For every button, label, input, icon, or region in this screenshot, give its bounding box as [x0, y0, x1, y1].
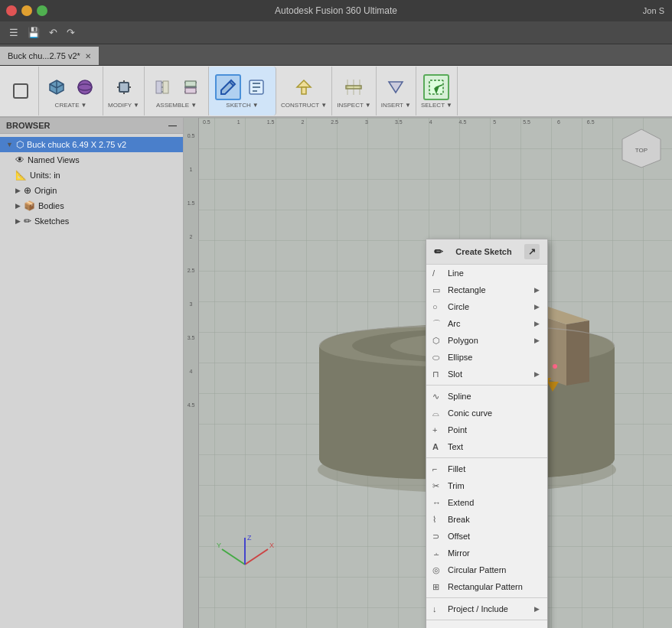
menu-item-rectangle[interactable]: ▭ Rectangle ▶: [426, 281, 547, 298]
menu-item-point[interactable]: + Point: [426, 421, 547, 438]
menu-item-text[interactable]: A Text: [426, 438, 547, 455]
construct-expand[interactable]: CONSTRUCT ▼: [281, 102, 327, 109]
menu-item-point-label: Point: [448, 425, 467, 434]
menu-item-ellipse[interactable]: ⬭ Ellipse: [426, 349, 547, 366]
trim-icon: ✂: [432, 481, 439, 491]
create-group: CREATE ▼: [39, 67, 103, 116]
construct-icon[interactable]: [291, 74, 317, 100]
menu-header: ✏ Create Sketch ↗: [426, 239, 547, 265]
inspect-label: INSPECT: [337, 102, 364, 109]
menu-item-slot[interactable]: ⊓ Slot ▶: [426, 366, 547, 382]
menu-item-rectangular-pattern-label: Rectangular Pattern: [448, 582, 523, 591]
menu-item-mirror[interactable]: ⫠ Mirror: [426, 545, 547, 561]
tree-item-namedviews[interactable]: 👁 Named Views: [0, 152, 183, 168]
slot-icon: ⊓: [432, 369, 439, 379]
assemble-label: ASSEMBLE: [156, 102, 189, 109]
quick-toolbar: ☰ 💾 ↶ ↷: [0, 21, 672, 44]
assemble-expand[interactable]: ASSEMBLE ▼: [156, 102, 197, 109]
insert-icon[interactable]: [383, 74, 409, 100]
menu-item-extend-label: Extend: [448, 498, 474, 507]
tree-label-root: Buck chuck 6.49 X 2.75 v2: [27, 140, 126, 149]
menu-item-polygon-label: Polygon: [448, 336, 478, 345]
construct-group: CONSTRUCT ▼: [276, 67, 332, 116]
select-expand[interactable]: SELECT ▼: [421, 102, 452, 109]
active-tab[interactable]: Buck chu...2.75 v2* ✕: [0, 47, 99, 65]
menu-item-spline[interactable]: ∿ Spline: [426, 388, 547, 405]
tree-label-origin: Origin: [34, 186, 57, 195]
browser-panel: BROWSER — ▼ ⬡ Buck chuck 6.49 X 2.75 v2 …: [0, 118, 184, 628]
view-cube[interactable]: TOP: [618, 125, 664, 171]
tree-label-namedviews: Named Views: [28, 155, 80, 164]
tree-arrow-sketches: ▶: [15, 217, 21, 225]
menu-item-extend[interactable]: ↔ Extend: [426, 494, 547, 511]
tree-item-bodies[interactable]: ▶ 📦 Bodies: [0, 198, 183, 213]
tree-item-root[interactable]: ▼ ⬡ Buck chuck 6.49 X 2.75 v2: [0, 137, 183, 152]
tree-arrow-bodies: ▶: [15, 202, 21, 210]
tree-item-sketches[interactable]: ▶ ✏ Sketches: [0, 213, 183, 229]
app-menu-button[interactable]: ☰: [6, 25, 21, 40]
tree-item-units[interactable]: 📐 Units: in: [0, 168, 183, 183]
undo-button[interactable]: ↶: [46, 25, 60, 40]
svg-text:Z: Z: [247, 534, 252, 542]
tree-item-origin[interactable]: ▶ ⊕ Origin: [0, 183, 183, 198]
assemble-group: ASSEMBLE ▼: [145, 67, 209, 116]
sketch-dropdown-menu: ✏ Create Sketch ↗ / Line ▭ Rectangle ▶ ○…: [426, 239, 548, 628]
modify-expand[interactable]: MODIFY ▼: [108, 102, 139, 109]
menu-pin-button[interactable]: ↗: [524, 244, 540, 259]
menu-item-fillet[interactable]: ⌐ Fillet: [426, 460, 547, 477]
redo-button[interactable]: ↷: [64, 25, 78, 40]
menu-item-offset[interactable]: ⊃ Offset: [426, 528, 547, 545]
origin-icon: ⊕: [24, 185, 31, 196]
maximize-button[interactable]: [37, 5, 47, 16]
menu-item-line[interactable]: / Line: [426, 265, 547, 281]
window-controls[interactable]: [0, 5, 47, 16]
inspect-icon[interactable]: [341, 74, 367, 100]
menu-item-polygon[interactable]: ⬡ Polygon ▶: [426, 332, 547, 349]
axis-indicator: X Y Z: [214, 534, 276, 582]
sketch-create-icon[interactable]: [215, 74, 241, 100]
modify-icon[interactable]: [111, 74, 137, 100]
fillet-icon: ⌐: [432, 464, 437, 473]
menu-item-trim-label: Trim: [448, 481, 465, 490]
circular-pattern-icon: ◎: [432, 565, 440, 575]
close-button[interactable]: [6, 5, 17, 16]
menu-item-project-include[interactable]: ↓ Project / Include ▶: [426, 600, 547, 617]
create-box-icon[interactable]: [44, 74, 70, 100]
assemble-icon1[interactable]: [149, 74, 175, 100]
menu-item-sketch-dimension[interactable]: ⟺ Sketch Dimension: [426, 623, 547, 628]
title-bar: Autodesk Fusion 360 Ultimate Jon S: [0, 0, 672, 21]
inspect-expand[interactable]: INSPECT ▼: [337, 102, 371, 109]
menu-item-trim[interactable]: ✂ Trim: [426, 477, 547, 494]
nav-back-icon[interactable]: [8, 78, 34, 104]
save-button[interactable]: 💾: [24, 25, 43, 40]
svg-line-28: [222, 549, 245, 565]
menu-item-arc[interactable]: ⌒ Arc ▶: [426, 315, 547, 332]
menu-item-conic[interactable]: ⌓ Conic curve: [426, 405, 547, 421]
offset-icon: ⊃: [432, 532, 439, 542]
spline-icon: ∿: [432, 392, 439, 402]
svg-rect-5: [163, 81, 168, 93]
viewport[interactable]: 0.5 1 1.5 2 2.5 3 3.5 4 4.5: [184, 118, 672, 628]
svg-rect-4: [156, 81, 161, 93]
tab-close-button[interactable]: ✕: [85, 52, 91, 60]
assemble-icon2[interactable]: [178, 74, 204, 100]
sketch-expand[interactable]: SKETCH ▼: [226, 102, 258, 109]
svg-point-2: [78, 84, 92, 90]
panel-collapse-icon[interactable]: —: [168, 121, 177, 130]
menu-item-break[interactable]: ⌇ Break: [426, 511, 547, 528]
inspect-group: INSPECT ▼: [332, 67, 377, 116]
insert-expand[interactable]: INSERT ▼: [381, 102, 411, 109]
menu-item-circle[interactable]: ○ Circle ▶: [426, 298, 547, 315]
main-toolbar: CREATE ▼ MODIFY ▼: [0, 66, 672, 118]
tab-label: Buck chu...2.75 v2*: [8, 51, 80, 60]
menu-item-rectangular-pattern[interactable]: ⊞ Rectangular Pattern: [426, 578, 547, 595]
create-sphere-icon[interactable]: [72, 74, 98, 100]
app-title: Autodesk Fusion 360 Ultimate: [275, 5, 397, 16]
extend-icon: ↔: [432, 498, 441, 507]
sketch-palette-icon[interactable]: [243, 74, 269, 100]
menu-item-slot-label: Slot: [448, 369, 462, 379]
menu-item-circular-pattern[interactable]: ◎ Circular Pattern: [426, 561, 547, 578]
minimize-button[interactable]: [21, 5, 32, 16]
select-icon[interactable]: [423, 74, 449, 100]
create-expand[interactable]: CREATE ▼: [55, 102, 87, 109]
